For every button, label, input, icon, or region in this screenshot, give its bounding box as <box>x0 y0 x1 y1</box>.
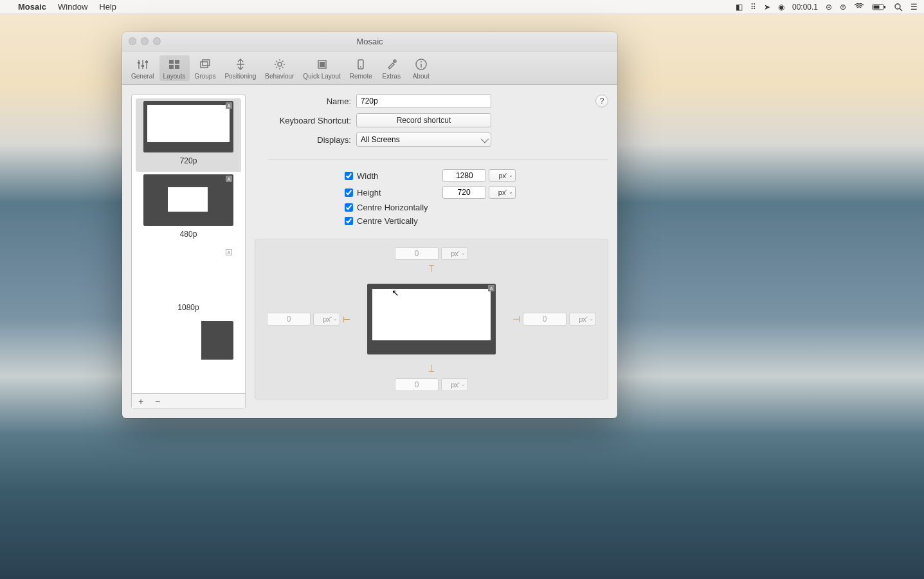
positioning-icon <box>233 57 248 72</box>
menubar-location-icon[interactable]: ➤ <box>764 3 770 12</box>
menubar-record-icon[interactable]: ◉ <box>778 3 784 12</box>
window-minimize-button[interactable] <box>141 37 149 45</box>
menubar-list-icon[interactable]: ☰ <box>910 3 918 12</box>
margin-handle-icon: ⊢ <box>343 314 350 324</box>
layout-item-1080p[interactable]: A 1080p <box>136 245 241 318</box>
svg-rect-10 <box>145 61 148 63</box>
quick-layout-icon <box>314 57 330 72</box>
svg-rect-16 <box>203 60 210 66</box>
window-zoom-button[interactable] <box>153 37 161 45</box>
svg-point-23 <box>360 66 361 68</box>
name-input[interactable] <box>356 94 491 108</box>
toolbar-positioning[interactable]: Positioning <box>221 55 260 81</box>
width-input[interactable] <box>442 169 486 182</box>
height-checkbox[interactable] <box>345 188 353 197</box>
menubar-sync-icon[interactable]: ⊝ <box>826 3 832 12</box>
margin-right-unit-select: px <box>569 313 596 326</box>
svg-rect-12 <box>175 60 179 64</box>
menubar-timer[interactable]: 00:00.1 <box>792 3 818 12</box>
svg-point-3 <box>895 4 900 9</box>
toolbar-behaviour[interactable]: Behaviour <box>261 55 298 81</box>
toolbar-general[interactable]: General <box>127 55 158 81</box>
menubar-app-name[interactable]: Mosaic <box>18 2 46 12</box>
menubar-dropbox-icon[interactable]: ⠿ <box>750 3 756 12</box>
layout-item-480p[interactable]: A 480p <box>136 172 241 245</box>
layout-thumb: A <box>143 174 233 226</box>
svg-point-26 <box>421 61 422 62</box>
preferences-toolbar: General Layouts Groups Positioning Behav… <box>122 51 617 85</box>
tools-icon <box>384 57 399 72</box>
menubar-rect-icon[interactable]: ◧ <box>736 3 743 12</box>
layout-detail-pane: Name: ? Keyboard Shortcut: Record shortc… <box>255 94 608 409</box>
help-button[interactable]: ? <box>595 95 608 107</box>
margin-left-input <box>267 313 311 326</box>
menubar-disk-icon[interactable]: ⊜ <box>840 3 846 12</box>
height-input[interactable] <box>442 186 486 199</box>
layout-thumb: A <box>143 101 233 152</box>
window-title: Mosaic <box>356 37 383 46</box>
svg-rect-8 <box>138 62 140 64</box>
cursor-icon: ↖ <box>392 288 399 298</box>
layout-item-720p[interactable]: A 720p <box>136 98 241 172</box>
layout-thumb: A <box>143 248 233 299</box>
toolbar-layouts[interactable]: Layouts <box>159 55 190 81</box>
window-close-button[interactable] <box>129 37 136 45</box>
svg-rect-1 <box>884 6 885 8</box>
svg-rect-9 <box>141 65 144 67</box>
name-label: Name: <box>255 96 351 106</box>
height-label: Height <box>357 188 381 198</box>
menubar-wifi-icon[interactable] <box>854 3 864 11</box>
preview-thumb[interactable]: A ↖ <box>367 284 496 354</box>
mosaic-preferences-window: Mosaic General Layouts Groups Positionin… <box>122 32 617 418</box>
margin-handle-icon: ⊣ <box>512 314 520 324</box>
window-titlebar[interactable]: Mosaic <box>122 32 617 51</box>
svg-point-19 <box>278 62 282 66</box>
width-unit-select[interactable]: px <box>489 169 516 182</box>
aspect-badge-icon: A <box>226 176 232 182</box>
width-label: Width <box>357 171 378 181</box>
margin-top-input <box>395 247 439 260</box>
aspect-badge-icon: A <box>488 285 494 291</box>
toolbar-remote[interactable]: Remote <box>346 55 376 81</box>
layouts-sidebar-footer: + − <box>132 393 245 409</box>
remove-layout-button[interactable]: − <box>152 396 163 407</box>
groups-icon <box>197 57 213 72</box>
toolbar-extras[interactable]: Extras <box>377 55 406 81</box>
width-checkbox[interactable] <box>345 172 353 180</box>
margin-handle-icon: ⟘ <box>428 363 435 374</box>
centre-h-label: Centre Horizontally <box>357 203 428 212</box>
toolbar-groups[interactable]: Groups <box>191 55 220 81</box>
aspect-badge-icon: A <box>226 249 232 255</box>
layout-item-partial[interactable] <box>136 318 241 366</box>
record-shortcut-button[interactable]: Record shortcut <box>356 113 491 127</box>
margin-right-input <box>523 313 566 326</box>
layouts-icon <box>167 57 182 72</box>
centre-v-label: Centre Vertically <box>357 216 418 226</box>
toolbar-about[interactable]: About <box>407 55 435 81</box>
height-unit-select[interactable]: px <box>489 186 516 199</box>
aspect-badge-icon: A <box>226 102 232 109</box>
svg-rect-11 <box>169 60 174 64</box>
layout-preview: px ⟙ px ⊢ A ↖ ⊣ px ⟘ <box>255 239 608 400</box>
svg-line-4 <box>900 8 902 11</box>
sliders-icon <box>135 57 150 72</box>
layout-thumb <box>143 321 233 360</box>
menubar-spotlight-icon[interactable] <box>894 3 903 12</box>
menubar-battery-icon[interactable] <box>872 3 886 11</box>
toolbar-quick-layout[interactable]: Quick Layout <box>299 55 344 81</box>
add-layout-button[interactable]: + <box>136 396 146 407</box>
menubar-help-menu[interactable]: Help <box>99 2 116 12</box>
macos-menubar: Mosaic Window Help ◧ ⠿ ➤ ◉ 00:00.1 ⊝ ⊜ ☰ <box>0 0 924 14</box>
centre-h-checkbox[interactable] <box>345 203 353 212</box>
svg-rect-15 <box>201 62 208 68</box>
gear-icon <box>272 57 287 72</box>
svg-rect-2 <box>874 5 880 8</box>
svg-rect-21 <box>320 62 325 67</box>
centre-v-checkbox[interactable] <box>345 217 353 225</box>
svg-rect-14 <box>175 65 179 69</box>
margin-top-unit-select: px <box>441 247 468 260</box>
layouts-list[interactable]: A 720p A 480p A 1080p <box>132 95 245 393</box>
menubar-window-menu[interactable]: Window <box>58 2 87 12</box>
displays-label: Displays: <box>255 135 351 145</box>
displays-select[interactable]: All Screens <box>356 133 491 147</box>
